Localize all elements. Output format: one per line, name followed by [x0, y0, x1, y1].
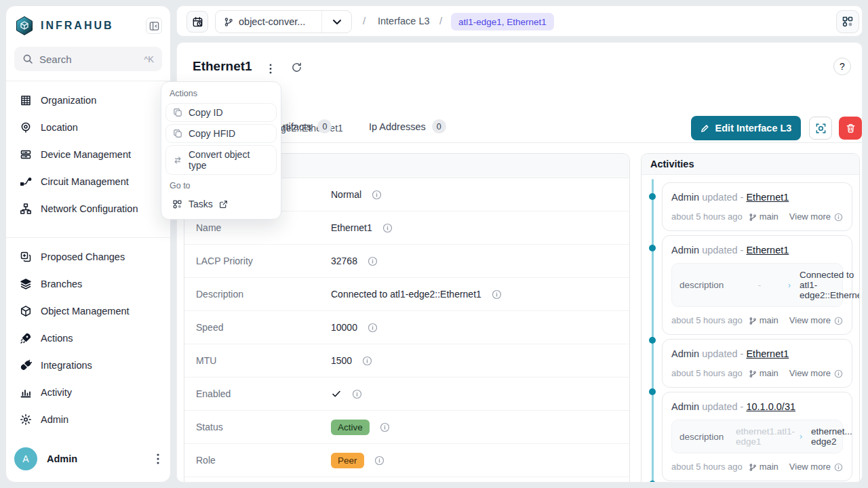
sidebar-item-circuit-management[interactable]: Circuit Management [6, 168, 170, 195]
swap-arrows-icon [173, 155, 182, 165]
building-icon [20, 94, 32, 106]
sidebar-item-organization[interactable]: Organization [6, 87, 170, 114]
table-row: LACP Priority 32768 [184, 245, 629, 278]
object-actions-kebab-icon[interactable] [269, 64, 272, 74]
diff-old-value: - [736, 280, 783, 290]
chevron-down-icon[interactable] [321, 11, 351, 33]
activity-time: about 5 hours ago [671, 368, 743, 379]
diff-icon [20, 251, 32, 263]
delete-button[interactable] [839, 117, 862, 140]
user-kebab-icon[interactable] [154, 451, 162, 467]
info-icon [834, 317, 843, 325]
sidebar-item-actions[interactable]: Actions [6, 325, 170, 352]
activity-actor: Admin [671, 245, 699, 256]
sidebar-collapse-icon[interactable] [146, 18, 162, 34]
info-icon[interactable] [352, 389, 362, 399]
info-icon[interactable] [368, 256, 378, 266]
activity-time: about 5 hours ago [671, 211, 743, 222]
menu-item-convert-object-type[interactable]: Convert object type [165, 145, 277, 175]
sidebar-item-admin[interactable]: Admin [6, 406, 170, 433]
table-row: Status Active [184, 411, 629, 444]
diff-new-value: ethernet...edge2 [811, 426, 852, 447]
menu-item-copy-hfid[interactable]: Copy HFID [165, 124, 277, 143]
manage-groups-button[interactable] [809, 117, 832, 140]
sidebar-item-location[interactable]: Location [6, 114, 170, 141]
branch-selector[interactable]: object-conver... [215, 10, 352, 33]
view-more-link[interactable]: View more [789, 211, 831, 222]
rocket-icon [20, 332, 32, 344]
time-travel-button[interactable] [186, 11, 208, 33]
info-icon[interactable] [380, 422, 390, 432]
object-actions-menu: Actions Copy ID Copy HFID Convert object… [161, 81, 281, 220]
menu-section-header: Actions [161, 85, 281, 101]
activity-diff: description ethernet1.atl1-edge1 › ether… [671, 420, 843, 453]
edit-interface-button[interactable]: Edit Interface L3 [691, 116, 801, 140]
git-branch-icon [749, 463, 757, 472]
pencil-icon [701, 124, 709, 133]
task-manager-button[interactable] [836, 10, 859, 33]
info-icon[interactable] [382, 223, 393, 233]
info-icon[interactable] [372, 190, 382, 200]
sidebar-item-object-management[interactable]: Object Management [6, 298, 170, 325]
view-more-link[interactable]: View more [789, 368, 831, 379]
sidebar-item-activity[interactable]: Activity [6, 379, 170, 406]
table-row: Speed 10000 [184, 311, 629, 344]
table-row: Description Connected to atl1-edge2::Eth… [184, 278, 629, 311]
info-icon[interactable] [374, 455, 384, 466]
sidebar-item-integrations[interactable]: Integrations [6, 352, 170, 379]
check-icon [331, 388, 342, 399]
activities-title: Activities [642, 154, 859, 175]
info-icon[interactable] [492, 289, 502, 300]
sidebar-item-label: Activity [41, 387, 72, 398]
sidebar: INFRAHUB Search ^K Organization [5, 5, 171, 483]
help-button[interactable]: ? [833, 58, 851, 75]
menu-item-copy-id[interactable]: Copy ID [165, 103, 277, 122]
activity-actor: Admin [671, 348, 699, 359]
user-menu[interactable]: A Admin [14, 444, 162, 474]
activity-diff: description - › Connected to atl1-edge2:… [671, 263, 843, 307]
info-icon[interactable] [368, 323, 378, 333]
refresh-icon[interactable] [291, 62, 302, 73]
menu-item-tasks[interactable]: Tasks [165, 195, 277, 213]
timeline-dot [649, 481, 656, 483]
sidebar-item-proposed-changes[interactable]: Proposed Changes [6, 243, 170, 270]
gear-icon [20, 413, 32, 426]
timeline-dot [649, 193, 656, 200]
activity-action: updated - [702, 192, 746, 203]
tab-ip-addresses[interactable]: Ip Addresses 0 [369, 119, 446, 134]
branch-name: object-conver... [239, 16, 305, 27]
view-more-link[interactable]: View more [789, 462, 831, 472]
activity-action: updated - [702, 348, 746, 359]
layers-icon [20, 278, 32, 290]
tab-artifacts[interactable]: Artifacts 0 [276, 119, 332, 134]
row-label: LACP Priority [184, 256, 331, 266]
info-icon [834, 463, 843, 472]
activity-card: Admin updated - Ethernet1 description - … [662, 235, 852, 335]
breadcrumb-object[interactable]: atl1-edge1, Ethernet1 [451, 13, 554, 30]
activity-object-link[interactable]: Ethernet1 [746, 348, 789, 359]
diff-field-name: description [679, 432, 731, 442]
view-more-link[interactable]: View more [789, 315, 831, 326]
row-value: 10000 [331, 322, 357, 333]
activity-action: updated - [702, 401, 746, 412]
sidebar-item-label: Integrations [41, 360, 92, 371]
info-icon[interactable] [362, 356, 372, 366]
activity-branch: main [760, 211, 778, 222]
menu-section-header: Go to [161, 177, 281, 193]
sidebar-item-network-configuration[interactable]: Network Configuration [6, 195, 170, 222]
activity-object-link[interactable]: Ethernet1 [746, 245, 789, 256]
row-value: Ethernet1 [331, 222, 372, 233]
search-shortcut: ^K [144, 54, 154, 64]
nav-primary: Organization Location Device Management [6, 81, 170, 228]
breadcrumb-separator: / [439, 15, 442, 26]
sidebar-item-device-management[interactable]: Device Management [6, 141, 170, 168]
activity-actor: Admin [671, 192, 699, 203]
search-input[interactable]: Search ^K [14, 47, 162, 71]
activity-time: about 5 hours ago [671, 315, 743, 326]
sidebar-item-branches[interactable]: Branches [6, 270, 170, 298]
activity-object-link[interactable]: Ethernet1 [746, 192, 789, 203]
activity-object-link[interactable]: 10.1.0.0/31 [746, 401, 795, 412]
bar-chart-icon [20, 386, 32, 399]
role-badge: Peer [331, 453, 364, 468]
breadcrumb-type[interactable]: Interface L3 [378, 16, 430, 26]
